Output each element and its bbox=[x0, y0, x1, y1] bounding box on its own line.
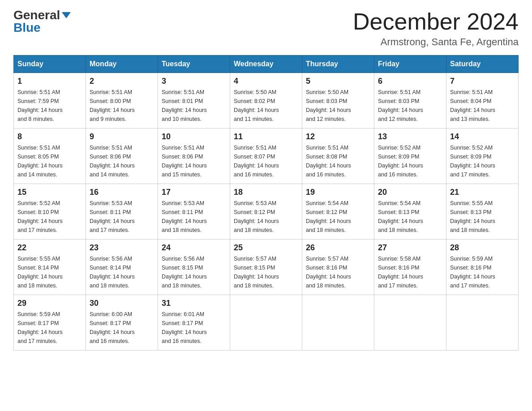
weekday-header-saturday: Saturday bbox=[446, 56, 519, 73]
calendar-cell: 16 Sunrise: 5:53 AM Sunset: 8:11 PM Dayl… bbox=[86, 184, 158, 240]
day-number: 3 bbox=[162, 77, 226, 86]
calendar-cell: 23 Sunrise: 5:56 AM Sunset: 8:14 PM Dayl… bbox=[86, 240, 158, 295]
day-number: 16 bbox=[90, 188, 154, 197]
day-number: 18 bbox=[234, 188, 298, 197]
calendar-cell: 14 Sunrise: 5:52 AM Sunset: 8:09 PM Dayl… bbox=[446, 128, 519, 184]
day-info: Sunrise: 5:55 AM Sunset: 8:14 PM Dayligh… bbox=[17, 254, 82, 290]
day-info: Sunrise: 5:56 AM Sunset: 8:15 PM Dayligh… bbox=[162, 254, 226, 290]
calendar-cell: 24 Sunrise: 5:56 AM Sunset: 8:15 PM Dayl… bbox=[158, 240, 230, 295]
day-info: Sunrise: 5:53 AM Sunset: 8:11 PM Dayligh… bbox=[162, 199, 226, 235]
day-number: 14 bbox=[450, 132, 515, 141]
logo-blue: Blue bbox=[13, 21, 41, 34]
day-info: Sunrise: 6:01 AM Sunset: 8:17 PM Dayligh… bbox=[162, 310, 226, 346]
day-number: 27 bbox=[378, 243, 442, 253]
day-number: 23 bbox=[90, 243, 154, 253]
week-row-1: 1 Sunrise: 5:51 AM Sunset: 7:59 PM Dayli… bbox=[14, 73, 519, 128]
day-info: Sunrise: 6:00 AM Sunset: 8:17 PM Dayligh… bbox=[90, 310, 154, 346]
calendar-cell: 3 Sunrise: 5:51 AM Sunset: 8:01 PM Dayli… bbox=[158, 73, 230, 128]
calendar-cell: 20 Sunrise: 5:54 AM Sunset: 8:13 PM Dayl… bbox=[374, 184, 446, 240]
day-number: 10 bbox=[162, 132, 226, 141]
day-number: 29 bbox=[17, 299, 82, 308]
day-info: Sunrise: 5:57 AM Sunset: 8:15 PM Dayligh… bbox=[234, 254, 298, 290]
day-number: 9 bbox=[90, 132, 154, 141]
calendar-cell: 1 Sunrise: 5:51 AM Sunset: 7:59 PM Dayli… bbox=[14, 73, 86, 128]
weekday-header-tuesday: Tuesday bbox=[158, 56, 230, 73]
day-info: Sunrise: 5:52 AM Sunset: 8:09 PM Dayligh… bbox=[450, 143, 515, 179]
week-row-3: 15 Sunrise: 5:52 AM Sunset: 8:10 PM Dayl… bbox=[14, 184, 519, 240]
calendar-cell: 13 Sunrise: 5:52 AM Sunset: 8:09 PM Dayl… bbox=[374, 128, 446, 184]
week-row-2: 8 Sunrise: 5:51 AM Sunset: 8:05 PM Dayli… bbox=[14, 128, 519, 184]
day-info: Sunrise: 5:54 AM Sunset: 8:13 PM Dayligh… bbox=[378, 199, 442, 235]
calendar-cell bbox=[374, 295, 446, 351]
day-info: Sunrise: 5:56 AM Sunset: 8:14 PM Dayligh… bbox=[90, 254, 154, 290]
calendar-cell bbox=[230, 295, 302, 351]
calendar-cell: 5 Sunrise: 5:50 AM Sunset: 8:03 PM Dayli… bbox=[302, 73, 374, 128]
day-number: 22 bbox=[17, 243, 82, 253]
calendar-cell: 22 Sunrise: 5:55 AM Sunset: 8:14 PM Dayl… bbox=[14, 240, 86, 295]
calendar-cell: 18 Sunrise: 5:53 AM Sunset: 8:12 PM Dayl… bbox=[230, 184, 302, 240]
day-number: 2 bbox=[90, 77, 154, 86]
calendar-cell: 12 Sunrise: 5:51 AM Sunset: 8:08 PM Dayl… bbox=[302, 128, 374, 184]
calendar-cell: 26 Sunrise: 5:57 AM Sunset: 8:16 PM Dayl… bbox=[302, 240, 374, 295]
logo-triangle-icon bbox=[62, 12, 71, 18]
weekday-header-sunday: Sunday bbox=[14, 56, 86, 73]
calendar-cell: 6 Sunrise: 5:51 AM Sunset: 8:03 PM Dayli… bbox=[374, 73, 446, 128]
month-title: December 2024 bbox=[353, 9, 519, 34]
day-number: 30 bbox=[90, 299, 154, 308]
weekday-header-row: SundayMondayTuesdayWednesdayThursdayFrid… bbox=[14, 56, 519, 73]
day-number: 20 bbox=[378, 188, 442, 197]
day-info: Sunrise: 5:59 AM Sunset: 8:16 PM Dayligh… bbox=[450, 254, 515, 290]
calendar-cell: 2 Sunrise: 5:51 AM Sunset: 8:00 PM Dayli… bbox=[86, 73, 158, 128]
logo-general: General bbox=[13, 9, 60, 21]
day-number: 26 bbox=[306, 243, 370, 253]
day-info: Sunrise: 5:53 AM Sunset: 8:11 PM Dayligh… bbox=[90, 199, 154, 235]
calendar-cell: 29 Sunrise: 5:59 AM Sunset: 8:17 PM Dayl… bbox=[14, 295, 86, 351]
weekday-header-friday: Friday bbox=[374, 56, 446, 73]
day-number: 1 bbox=[17, 77, 82, 86]
calendar-cell: 28 Sunrise: 5:59 AM Sunset: 8:16 PM Dayl… bbox=[446, 240, 519, 295]
calendar-cell: 7 Sunrise: 5:51 AM Sunset: 8:04 PM Dayli… bbox=[446, 73, 519, 128]
header: General Blue December 2024 Armstrong, Sa… bbox=[13, 9, 519, 48]
day-number: 28 bbox=[450, 243, 515, 253]
day-info: Sunrise: 5:57 AM Sunset: 8:16 PM Dayligh… bbox=[306, 254, 370, 290]
location-title: Armstrong, Santa Fe, Argentina bbox=[353, 36, 519, 48]
day-info: Sunrise: 5:51 AM Sunset: 8:06 PM Dayligh… bbox=[90, 143, 154, 179]
weekday-header-thursday: Thursday bbox=[302, 56, 374, 73]
day-number: 11 bbox=[234, 132, 298, 141]
day-info: Sunrise: 5:50 AM Sunset: 8:02 PM Dayligh… bbox=[234, 88, 298, 124]
week-row-5: 29 Sunrise: 5:59 AM Sunset: 8:17 PM Dayl… bbox=[14, 295, 519, 351]
day-info: Sunrise: 5:51 AM Sunset: 8:07 PM Dayligh… bbox=[234, 143, 298, 179]
day-info: Sunrise: 5:51 AM Sunset: 8:05 PM Dayligh… bbox=[17, 143, 82, 179]
weekday-header-wednesday: Wednesday bbox=[230, 56, 302, 73]
day-info: Sunrise: 5:59 AM Sunset: 8:17 PM Dayligh… bbox=[17, 310, 82, 346]
day-number: 25 bbox=[234, 243, 298, 253]
day-number: 6 bbox=[378, 77, 442, 86]
calendar-cell bbox=[446, 295, 519, 351]
day-info: Sunrise: 5:52 AM Sunset: 8:09 PM Dayligh… bbox=[378, 143, 442, 179]
calendar-cell: 30 Sunrise: 6:00 AM Sunset: 8:17 PM Dayl… bbox=[86, 295, 158, 351]
calendar-cell bbox=[302, 295, 374, 351]
calendar-cell: 4 Sunrise: 5:50 AM Sunset: 8:02 PM Dayli… bbox=[230, 73, 302, 128]
calendar-table: SundayMondayTuesdayWednesdayThursdayFrid… bbox=[13, 55, 519, 351]
day-info: Sunrise: 5:51 AM Sunset: 8:01 PM Dayligh… bbox=[162, 88, 226, 124]
calendar-cell: 8 Sunrise: 5:51 AM Sunset: 8:05 PM Dayli… bbox=[14, 128, 86, 184]
day-info: Sunrise: 5:50 AM Sunset: 8:03 PM Dayligh… bbox=[306, 88, 370, 124]
day-info: Sunrise: 5:52 AM Sunset: 8:10 PM Dayligh… bbox=[17, 199, 82, 235]
day-number: 19 bbox=[306, 188, 370, 197]
day-number: 24 bbox=[162, 243, 226, 253]
calendar-cell: 9 Sunrise: 5:51 AM Sunset: 8:06 PM Dayli… bbox=[86, 128, 158, 184]
title-area: December 2024 Armstrong, Santa Fe, Argen… bbox=[353, 9, 519, 48]
logo: General Blue bbox=[13, 9, 71, 34]
day-number: 12 bbox=[306, 132, 370, 141]
day-info: Sunrise: 5:51 AM Sunset: 8:03 PM Dayligh… bbox=[378, 88, 442, 124]
day-info: Sunrise: 5:51 AM Sunset: 8:06 PM Dayligh… bbox=[162, 143, 226, 179]
day-number: 5 bbox=[306, 77, 370, 86]
day-number: 15 bbox=[17, 188, 82, 197]
day-info: Sunrise: 5:51 AM Sunset: 7:59 PM Dayligh… bbox=[17, 88, 82, 124]
day-number: 8 bbox=[17, 132, 82, 141]
day-info: Sunrise: 5:55 AM Sunset: 8:13 PM Dayligh… bbox=[450, 199, 515, 235]
day-number: 7 bbox=[450, 77, 515, 86]
day-number: 31 bbox=[162, 299, 226, 308]
calendar-cell: 11 Sunrise: 5:51 AM Sunset: 8:07 PM Dayl… bbox=[230, 128, 302, 184]
calendar-cell: 19 Sunrise: 5:54 AM Sunset: 8:12 PM Dayl… bbox=[302, 184, 374, 240]
